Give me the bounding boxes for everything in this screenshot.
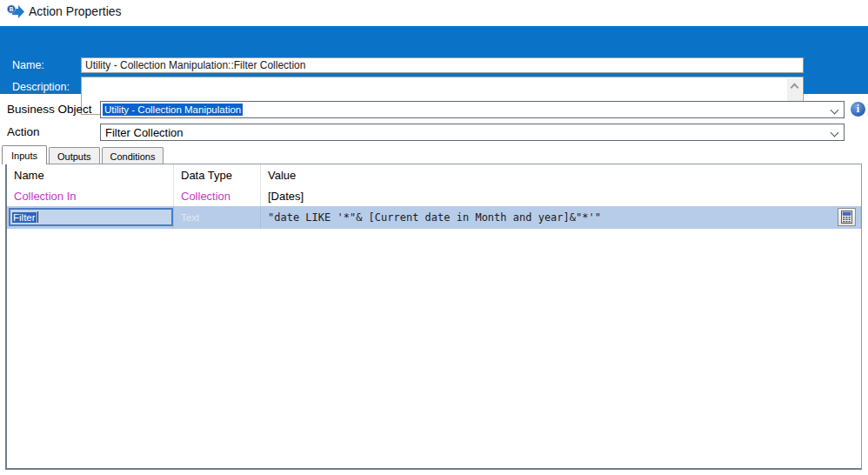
scroll-up-icon[interactable] <box>791 84 799 92</box>
page-title: Action Properties <box>29 4 122 18</box>
svg-text:B: B <box>10 6 14 12</box>
chevron-down-icon[interactable] <box>831 106 839 115</box>
table-row-collection-in[interactable]: Collection In Collection [Dates] <box>7 185 861 206</box>
tab-strip: Inputs Outputs Conditions <box>2 144 165 164</box>
column-header-data-type: Data Type <box>174 164 261 185</box>
expression-calculator-icon <box>841 211 852 224</box>
business-object-selected-value: Utility - Collection Manipulation <box>103 104 243 116</box>
action-properties-dialog: B Action Properties Name: Description: B… <box>0 0 868 475</box>
input-data-type: Text <box>174 206 261 229</box>
selected-text: Filter <box>12 212 37 223</box>
tab-inputs[interactable]: Inputs <box>2 145 47 164</box>
info-icon[interactable]: i <box>851 102 865 117</box>
action-selected-value: Filter Collection <box>103 126 184 139</box>
expression-editor-button[interactable] <box>838 208 856 226</box>
inputs-table-panel: Name Data Type Value Collection In Colle… <box>5 164 862 470</box>
input-value[interactable]: [Dates] <box>261 185 861 206</box>
action-dropdown[interactable]: Filter Collection <box>100 124 845 141</box>
tab-conditions[interactable]: Conditions <box>102 147 164 164</box>
input-data-type: Collection <box>174 185 261 206</box>
blueprism-action-icon: B <box>7 4 24 19</box>
dialog-title-row: B Action Properties <box>0 0 868 24</box>
description-label: Description: <box>12 81 70 93</box>
business-object-dropdown[interactable]: Utility - Collection Manipulation <box>100 101 845 118</box>
table-header-row: Name Data Type Value <box>7 164 861 185</box>
text-caret <box>37 211 38 223</box>
tab-outputs[interactable]: Outputs <box>49 147 100 164</box>
table-row-filter-selected[interactable]: Filter Text "date LIKE '*"& [Current dat… <box>7 206 861 229</box>
name-input[interactable] <box>81 57 804 73</box>
column-header-value: Value <box>261 164 861 185</box>
name-edit-field[interactable]: Filter <box>9 208 173 226</box>
input-name-cell: Filter <box>7 206 174 229</box>
name-label: Name: <box>12 59 44 71</box>
column-header-name: Name <box>7 164 174 185</box>
business-object-label: Business Object <box>7 103 92 116</box>
input-name[interactable]: Collection In <box>7 185 174 206</box>
chevron-down-icon[interactable] <box>831 129 839 137</box>
input-value-expression[interactable]: "date LIKE '*"& [Current date in Month a… <box>261 206 861 229</box>
name-description-panel: Name: Description: <box>0 26 868 94</box>
action-label: Action <box>7 125 40 138</box>
